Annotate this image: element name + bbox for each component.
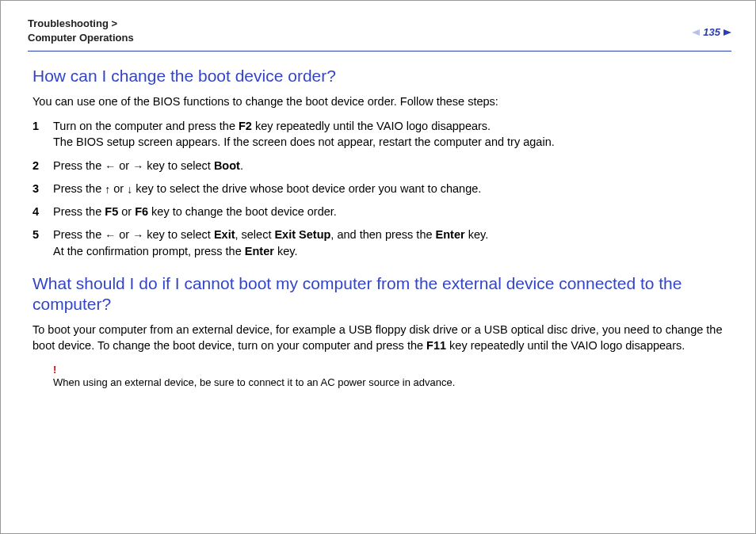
triangle-right-icon	[724, 29, 731, 36]
step-number: 2	[32, 158, 53, 174]
step-number: 4	[32, 204, 53, 219]
triangle-left-icon	[692, 29, 700, 36]
section1-title: How can I change the boot device order?	[32, 66, 727, 86]
breadcrumb-line1: Troubleshooting >	[28, 17, 117, 29]
step-text: Press the ← or → key to select Boot.	[53, 158, 243, 174]
section1-intro: You can use one of the BIOS functions to…	[32, 94, 727, 110]
page-header: Troubleshooting > Computer Operations 13…	[28, 17, 731, 44]
arrow-right-icon: →	[132, 161, 143, 172]
section2-title: What should I do if I cannot boot my com…	[32, 273, 727, 315]
page-content: How can I change the boot device order? …	[28, 66, 731, 388]
arrow-left-icon: ←	[105, 230, 116, 241]
step-1: 1 Turn on the computer and press the F2 …	[32, 118, 727, 151]
page-number: 135	[703, 26, 720, 38]
steps-list: 1 Turn on the computer and press the F2 …	[32, 118, 727, 259]
step-number: 1	[32, 118, 53, 134]
note-text: When using an external device, be sure t…	[53, 376, 727, 388]
header-rule	[28, 51, 731, 51]
step-text: Press the ← or → key to select Exit, sel…	[53, 227, 488, 259]
step-text: Press the ↑ or ↓ key to select the drive…	[53, 181, 481, 196]
page-number-wrap: 135	[692, 17, 731, 38]
step-2: 2 Press the ← or → key to select Boot.	[32, 158, 727, 174]
step-number: 3	[32, 181, 53, 196]
manual-page: Troubleshooting > Computer Operations 13…	[0, 0, 756, 534]
note-block: ! When using an external device, be sure…	[53, 364, 727, 388]
section2-body: To boot your computer from an external d…	[32, 322, 727, 353]
arrow-left-icon: ←	[105, 161, 116, 172]
step-5: 5 Press the ← or → key to select Exit, s…	[32, 227, 727, 259]
warning-icon: !	[53, 364, 727, 376]
step-text: Press the F5 or F6 key to change the boo…	[53, 204, 337, 219]
step-text: Turn on the computer and press the F2 ke…	[53, 118, 555, 151]
step-3: 3 Press the ↑ or ↓ key to select the dri…	[32, 181, 727, 196]
breadcrumb: Troubleshooting > Computer Operations	[28, 17, 134, 44]
step-4: 4 Press the F5 or F6 key to change the b…	[32, 204, 727, 219]
arrow-right-icon: →	[132, 230, 143, 241]
breadcrumb-line2: Computer Operations	[28, 32, 134, 44]
step-number: 5	[32, 227, 53, 242]
